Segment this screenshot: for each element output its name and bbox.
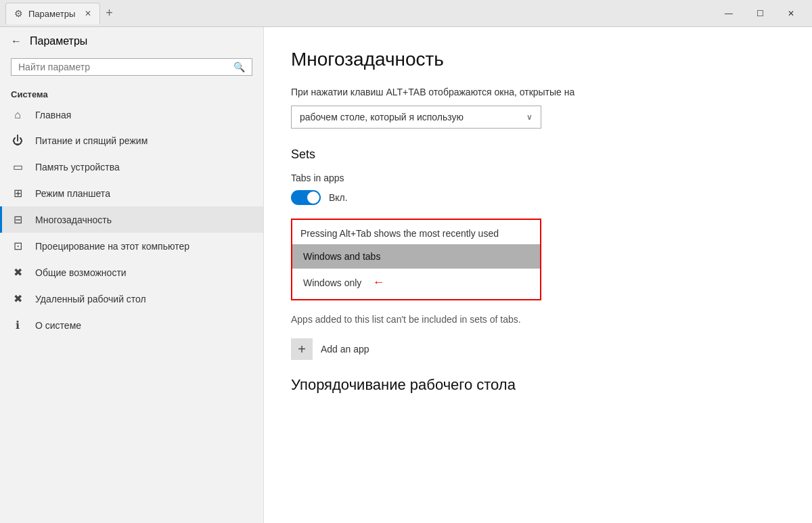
sidebar-item-label: Режим планшета bbox=[35, 188, 110, 199]
apps-added-text: Apps added to this list can't be include… bbox=[291, 314, 562, 325]
sidebar-item-power[interactable]: ⏻ Питание и спящий режим bbox=[0, 128, 263, 154]
dropdown-option-windows-only[interactable]: Windows only ← bbox=[292, 269, 540, 296]
search-box[interactable]: 🔍 bbox=[11, 58, 252, 76]
option-label: Windows only bbox=[303, 277, 361, 288]
sidebar-item-multitask[interactable]: ⊟ Многозадачность bbox=[0, 206, 263, 233]
sidebar-item-storage[interactable]: ▭ Память устройства bbox=[0, 154, 263, 180]
toggle-knob bbox=[307, 191, 319, 204]
close-window-button[interactable]: ✕ bbox=[775, 0, 807, 27]
sidebar-item-project[interactable]: ⊡ Проецирование на этот компьютер bbox=[0, 233, 263, 259]
desktop-section-title: Упорядочивание рабочего стола bbox=[291, 376, 785, 394]
alt-tab-dropdown-value: рабочем столе, который я использую bbox=[300, 112, 464, 122]
tab-title: Параметры bbox=[28, 9, 75, 19]
sidebar-item-tablet[interactable]: ⊞ Режим планшета bbox=[0, 180, 263, 206]
content-area: Многозадачность При нажатии клавиш ALT+T… bbox=[264, 27, 812, 523]
sidebar-item-accessibility[interactable]: ✖ Общие возможности bbox=[0, 259, 263, 286]
remote-icon: ✖ bbox=[11, 292, 24, 305]
sidebar-item-label: Питание и спящий режим bbox=[35, 135, 148, 146]
accessibility-icon: ✖ bbox=[11, 266, 24, 279]
sidebar-item-home[interactable]: ⌂ Главная bbox=[0, 102, 263, 128]
sidebar-header: ← Параметры bbox=[0, 27, 263, 55]
pressing-alt-tab-text: Pressing Alt+Tab shows the most recently… bbox=[292, 223, 540, 244]
minimize-button[interactable]: — bbox=[713, 0, 744, 27]
multitask-icon: ⊟ bbox=[11, 213, 24, 226]
sidebar-item-label: Главная bbox=[35, 110, 71, 120]
toggle-row: Вкл. bbox=[291, 190, 785, 205]
window-controls: — ☐ ✕ bbox=[713, 0, 807, 27]
arrow-icon: ← bbox=[372, 275, 384, 290]
alt-tab-sets-dropdown[interactable]: Pressing Alt+Tab shows the most recently… bbox=[291, 219, 541, 300]
maximize-button[interactable]: ☐ bbox=[744, 0, 775, 27]
back-button[interactable]: ← bbox=[11, 35, 22, 47]
sidebar-item-about[interactable]: ℹ О системе bbox=[0, 312, 263, 338]
storage-icon: ▭ bbox=[11, 160, 24, 173]
new-tab-button[interactable]: + bbox=[106, 6, 113, 20]
project-icon: ⊡ bbox=[11, 240, 24, 252]
tab-close-icon[interactable]: ✕ bbox=[85, 9, 91, 18]
gear-icon: ⚙ bbox=[14, 8, 23, 19]
home-icon: ⌂ bbox=[11, 109, 24, 121]
alt-tab-dropdown[interactable]: рабочем столе, который я использую ∨ bbox=[291, 106, 541, 129]
search-input[interactable] bbox=[18, 62, 233, 72]
toggle-on-text: Вкл. bbox=[329, 192, 348, 203]
sidebar-item-label: Проецирование на этот компьютер bbox=[35, 241, 189, 252]
tabs-in-apps-toggle[interactable] bbox=[291, 190, 321, 205]
add-app-row: + Add an app bbox=[291, 338, 785, 360]
page-title: Многозадачность bbox=[291, 49, 785, 70]
add-app-label: Add an app bbox=[321, 344, 369, 355]
sidebar-item-label: Удаленный рабочий стол bbox=[35, 294, 146, 304]
chevron-down-icon: ∨ bbox=[526, 112, 533, 122]
add-app-button[interactable]: + bbox=[291, 338, 313, 360]
option-label: Windows and tabs bbox=[303, 251, 380, 262]
sidebar-item-label: Многозадачность bbox=[35, 214, 112, 225]
titlebar: ⚙ Параметры ✕ + — ☐ ✕ bbox=[0, 0, 812, 27]
tablet-icon: ⊞ bbox=[11, 187, 24, 200]
tabs-in-apps-label: Tabs in apps bbox=[291, 173, 785, 183]
dropdown-option-windows-and-tabs[interactable]: Windows and tabs bbox=[292, 244, 540, 269]
sidebar: ← Параметры 🔍 Система ⌂ Главная ⏻ Питани… bbox=[0, 27, 264, 523]
app-body: ← Параметры 🔍 Система ⌂ Главная ⏻ Питани… bbox=[0, 27, 812, 523]
sets-heading: Sets bbox=[291, 147, 785, 162]
alt-tab-description: При нажатии клавиш ALT+TAB отображаются … bbox=[291, 87, 785, 97]
titlebar-tab[interactable]: ⚙ Параметры ✕ bbox=[5, 3, 100, 24]
search-icon: 🔍 bbox=[233, 62, 245, 72]
sidebar-item-remote[interactable]: ✖ Удаленный рабочий стол bbox=[0, 286, 263, 312]
sidebar-item-label: О системе bbox=[35, 320, 81, 331]
sidebar-item-label: Общие возможности bbox=[35, 267, 127, 278]
info-icon: ℹ bbox=[11, 319, 24, 332]
power-icon: ⏻ bbox=[11, 135, 24, 147]
sidebar-section-label: Система bbox=[0, 84, 263, 102]
sidebar-title: Параметры bbox=[30, 35, 87, 47]
sidebar-item-label: Память устройства bbox=[35, 162, 120, 173]
